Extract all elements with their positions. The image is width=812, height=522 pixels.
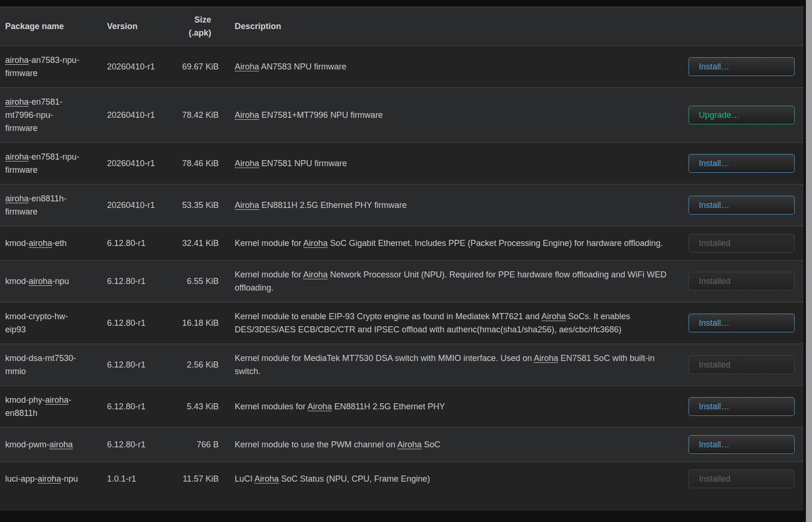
- package-row: kmod-crypto-hw-eip93 6.12.80-r1 16.18 Ki…: [0, 302, 804, 344]
- package-name-cell: kmod-pwm-airoha: [0, 428, 102, 462]
- package-manager-view: Package name Version Size (.apk) Descrip…: [0, 0, 812, 522]
- keyword-highlight: airoha: [29, 276, 52, 286]
- package-size-cell: 78.42 KiB: [169, 88, 219, 143]
- keyword-highlight: airoha: [29, 238, 52, 248]
- text-segment: Kernel module to enable EIP-93 Crypto en…: [235, 312, 541, 321]
- package-size-cell: 69.67 KiB: [169, 46, 219, 88]
- install-button[interactable]: Install…: [689, 314, 795, 332]
- table-header-row: Package name Version Size (.apk) Descrip…: [0, 7, 804, 46]
- keyword-highlight: airoha: [5, 194, 29, 203]
- package-name-cell: kmod-airoha-eth: [0, 226, 102, 261]
- text-segment: LuCI: [235, 474, 254, 484]
- package-version-cell: 20260410-r1: [102, 143, 169, 184]
- keyword-highlight: Airoha: [254, 474, 279, 484]
- package-size-cell: 766 B: [169, 428, 219, 462]
- text-segment: Kernel module for: [235, 270, 303, 279]
- keyword-highlight: Airoha: [235, 200, 259, 210]
- text-segment: kmod-crypto-hw-eip93: [5, 312, 68, 334]
- column-header-size-line2: (.apk): [189, 28, 211, 38]
- keyword-highlight: Airoha: [303, 270, 328, 279]
- install-button[interactable]: Install…: [689, 154, 795, 173]
- package-action-cell: Install…: [683, 46, 804, 88]
- keyword-highlight: Airoha: [307, 402, 332, 411]
- keyword-highlight: Airoha: [541, 312, 566, 321]
- package-version-cell: 6.12.80-r1: [102, 344, 169, 386]
- column-header-size: Size (.apk): [169, 7, 219, 46]
- keyword-highlight: Airoha: [534, 353, 558, 363]
- package-description-cell: Kernel module for Airoha Network Process…: [219, 261, 683, 302]
- text-segment: EN7581+MT7996 NPU firmware: [259, 110, 383, 120]
- text-segment: EN8811H 2.5G Ethernet PHY firmware: [259, 200, 406, 210]
- text-segment: EN8811H 2.5G Ethernet PHY: [332, 402, 445, 411]
- install-button[interactable]: Install…: [689, 57, 795, 76]
- package-name-cell: airoha-en7581-mt7996-npu-firmware: [0, 88, 102, 143]
- package-name-cell: luci-app-airoha-npu: [0, 462, 102, 511]
- text-segment: Kernel module for MediaTek MT7530 DSA sw…: [235, 353, 534, 363]
- install-button[interactable]: Install…: [689, 196, 795, 215]
- package-description-cell: LuCI Airoha SoC Status (NPU, CPU, Frame …: [219, 462, 683, 511]
- package-description-cell: Kernel module to enable EIP-93 Crypto en…: [219, 302, 683, 344]
- column-header-description: Description: [219, 7, 683, 46]
- text-segment: -npu: [61, 474, 78, 484]
- package-size-cell: 53.35 KiB: [169, 184, 219, 226]
- package-row: airoha-en8811h-firmware 20260410-r1 53.3…: [0, 184, 804, 226]
- keyword-highlight: Airoha: [303, 238, 328, 248]
- package-version-cell: 20260410-r1: [102, 46, 169, 88]
- column-header-package-name: Package name: [0, 7, 102, 46]
- package-row: kmod-dsa-mt7530-mmio 6.12.80-r1 2.56 KiB…: [0, 344, 804, 386]
- package-row: airoha-en7581-npu-firmware 20260410-r1 7…: [0, 143, 804, 184]
- text-segment: SoC: [421, 440, 440, 449]
- package-size-cell: 32.41 KiB: [169, 226, 219, 261]
- text-segment: Kernel module for: [235, 238, 303, 248]
- installed-button: Installed: [689, 469, 795, 488]
- package-row: luci-app-airoha-npu 1.0.1-r1 11.57 KiB L…: [0, 462, 804, 511]
- package-action-cell: Installed: [683, 344, 804, 386]
- column-header-actions: [683, 7, 804, 46]
- install-button[interactable]: Install…: [689, 397, 795, 416]
- text-segment: kmod-: [5, 238, 29, 248]
- package-name-cell: kmod-airoha-npu: [0, 261, 102, 302]
- package-name-cell: kmod-phy-airoha-en8811h: [0, 386, 102, 428]
- package-version-cell: 6.12.80-r1: [102, 226, 169, 261]
- package-row: kmod-phy-airoha-en8811h 6.12.80-r1 5.43 …: [0, 386, 804, 428]
- installed-button: Installed: [689, 355, 795, 374]
- package-name-cell: airoha-en8811h-firmware: [0, 184, 102, 226]
- package-action-cell: Install…: [683, 302, 804, 344]
- package-row: kmod-pwm-airoha 6.12.80-r1 766 B Kernel …: [0, 428, 804, 462]
- text-segment: AN7583 NPU firmware: [259, 62, 346, 71]
- package-size-cell: 16.18 KiB: [169, 302, 219, 344]
- package-version-cell: 6.12.80-r1: [102, 302, 169, 344]
- package-row: kmod-airoha-eth 6.12.80-r1 32.41 KiB Ker…: [0, 226, 804, 261]
- package-description-cell: Kernel module to use the PWM channel on …: [219, 428, 683, 462]
- package-name-cell: airoha-an7583-npu-firmware: [0, 46, 102, 88]
- package-version-cell: 20260410-r1: [102, 184, 169, 226]
- package-table: Package name Version Size (.apk) Descrip…: [0, 7, 804, 511]
- keyword-highlight: Airoha: [397, 440, 421, 449]
- package-description-cell: Airoha EN7581 NPU firmware: [219, 143, 683, 184]
- keyword-highlight: airoha: [45, 395, 69, 405]
- installed-button: Installed: [689, 234, 795, 253]
- package-name-cell: kmod-crypto-hw-eip93: [0, 302, 102, 344]
- column-header-size-line1: Size: [194, 15, 211, 24]
- vertical-scrollbar[interactable]: [806, 0, 812, 522]
- package-action-cell: Install…: [683, 386, 804, 428]
- text-segment: SoC Gigabit Ethernet. Includes PPE (Pack…: [328, 238, 663, 248]
- package-size-cell: 6.55 KiB: [169, 261, 219, 302]
- install-button[interactable]: Install…: [689, 435, 795, 454]
- package-version-cell: 6.12.80-r1: [102, 261, 169, 302]
- upgrade-button[interactable]: Upgrade…: [689, 106, 795, 124]
- package-row: kmod-airoha-npu 6.12.80-r1 6.55 KiB Kern…: [0, 261, 804, 302]
- package-action-cell: Installed: [683, 462, 804, 511]
- text-segment: SoC Status (NPU, CPU, Frame Engine): [279, 474, 430, 484]
- package-action-cell: Install…: [683, 143, 804, 184]
- package-description-cell: Airoha EN7581+MT7996 NPU firmware: [219, 88, 683, 143]
- package-description-cell: Airoha AN7583 NPU firmware: [219, 46, 683, 88]
- keyword-highlight: airoha: [38, 474, 61, 484]
- package-version-cell: 20260410-r1: [102, 88, 169, 143]
- package-table-container: Package name Version Size (.apk) Descrip…: [0, 7, 804, 511]
- package-action-cell: Upgrade…: [683, 88, 804, 143]
- package-row: airoha-en7581-mt7996-npu-firmware 202604…: [0, 88, 804, 143]
- text-segment: kmod-: [5, 276, 29, 286]
- text-segment: EN7581 NPU firmware: [259, 159, 347, 168]
- package-description-cell: Kernel modules for Airoha EN8811H 2.5G E…: [219, 386, 683, 428]
